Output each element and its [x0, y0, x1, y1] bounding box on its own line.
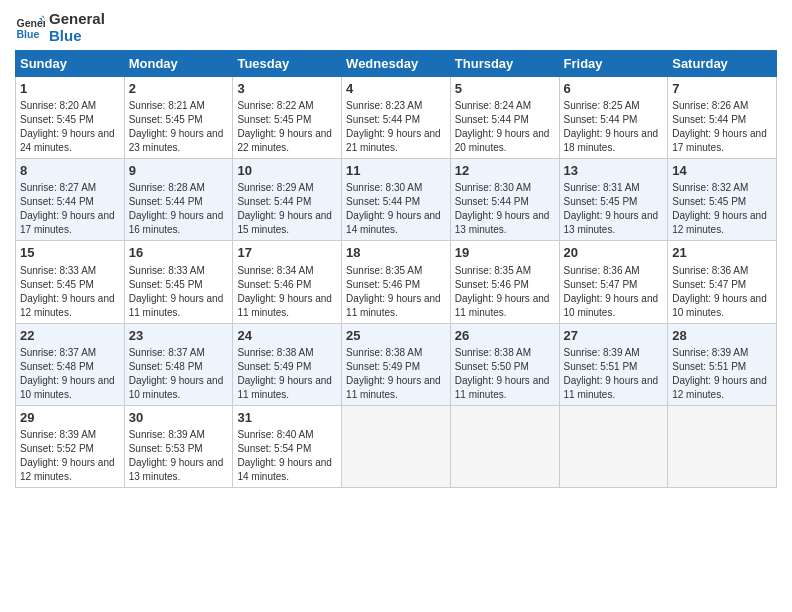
sunset-text: Sunset: 5:44 PM: [129, 196, 203, 207]
weekday-header-row: SundayMondayTuesdayWednesdayThursdayFrid…: [16, 51, 777, 77]
day-number: 5: [455, 80, 555, 98]
day-number: 8: [20, 162, 120, 180]
sunrise-text: Sunrise: 8:34 AM: [237, 265, 313, 276]
daylight-text: Daylight: 9 hours and 14 minutes.: [237, 457, 332, 482]
sunset-text: Sunset: 5:51 PM: [672, 361, 746, 372]
sunrise-text: Sunrise: 8:20 AM: [20, 100, 96, 111]
day-number: 25: [346, 327, 446, 345]
sunset-text: Sunset: 5:46 PM: [346, 279, 420, 290]
sunrise-text: Sunrise: 8:33 AM: [20, 265, 96, 276]
sunrise-text: Sunrise: 8:37 AM: [129, 347, 205, 358]
sunrise-text: Sunrise: 8:26 AM: [672, 100, 748, 111]
daylight-text: Daylight: 9 hours and 12 minutes.: [20, 293, 115, 318]
sunrise-text: Sunrise: 8:36 AM: [672, 265, 748, 276]
daylight-text: Daylight: 9 hours and 23 minutes.: [129, 128, 224, 153]
daylight-text: Daylight: 9 hours and 13 minutes.: [564, 210, 659, 235]
daylight-text: Daylight: 9 hours and 11 minutes.: [237, 293, 332, 318]
calendar-cell: 20Sunrise: 8:36 AMSunset: 5:47 PMDayligh…: [559, 241, 668, 323]
svg-text:Blue: Blue: [17, 28, 40, 40]
sunset-text: Sunset: 5:49 PM: [346, 361, 420, 372]
sunrise-text: Sunrise: 8:22 AM: [237, 100, 313, 111]
sunrise-text: Sunrise: 8:38 AM: [346, 347, 422, 358]
sunset-text: Sunset: 5:54 PM: [237, 443, 311, 454]
sunset-text: Sunset: 5:44 PM: [20, 196, 94, 207]
sunset-text: Sunset: 5:44 PM: [237, 196, 311, 207]
day-number: 10: [237, 162, 337, 180]
weekday-header-wednesday: Wednesday: [342, 51, 451, 77]
sunset-text: Sunset: 5:45 PM: [672, 196, 746, 207]
sunrise-text: Sunrise: 8:39 AM: [564, 347, 640, 358]
calendar-cell: [450, 405, 559, 487]
day-number: 13: [564, 162, 664, 180]
calendar-cell: 17Sunrise: 8:34 AMSunset: 5:46 PMDayligh…: [233, 241, 342, 323]
calendar-cell: 9Sunrise: 8:28 AMSunset: 5:44 PMDaylight…: [124, 159, 233, 241]
daylight-text: Daylight: 9 hours and 12 minutes.: [672, 210, 767, 235]
day-number: 6: [564, 80, 664, 98]
daylight-text: Daylight: 9 hours and 17 minutes.: [20, 210, 115, 235]
calendar-week-row: 29Sunrise: 8:39 AMSunset: 5:52 PMDayligh…: [16, 405, 777, 487]
sunset-text: Sunset: 5:45 PM: [129, 279, 203, 290]
calendar-cell: 25Sunrise: 8:38 AMSunset: 5:49 PMDayligh…: [342, 323, 451, 405]
day-number: 26: [455, 327, 555, 345]
weekday-header-tuesday: Tuesday: [233, 51, 342, 77]
day-number: 4: [346, 80, 446, 98]
daylight-text: Daylight: 9 hours and 13 minutes.: [129, 457, 224, 482]
day-number: 12: [455, 162, 555, 180]
sunrise-text: Sunrise: 8:38 AM: [237, 347, 313, 358]
sunrise-text: Sunrise: 8:23 AM: [346, 100, 422, 111]
sunrise-text: Sunrise: 8:36 AM: [564, 265, 640, 276]
weekday-header-thursday: Thursday: [450, 51, 559, 77]
daylight-text: Daylight: 9 hours and 12 minutes.: [672, 375, 767, 400]
sunset-text: Sunset: 5:44 PM: [455, 196, 529, 207]
sunset-text: Sunset: 5:47 PM: [564, 279, 638, 290]
logo: General Blue General Blue: [15, 10, 105, 44]
sunrise-text: Sunrise: 8:37 AM: [20, 347, 96, 358]
sunrise-text: Sunrise: 8:31 AM: [564, 182, 640, 193]
day-number: 2: [129, 80, 229, 98]
calendar-week-row: 8Sunrise: 8:27 AMSunset: 5:44 PMDaylight…: [16, 159, 777, 241]
day-number: 31: [237, 409, 337, 427]
daylight-text: Daylight: 9 hours and 20 minutes.: [455, 128, 550, 153]
daylight-text: Daylight: 9 hours and 10 minutes.: [129, 375, 224, 400]
day-number: 9: [129, 162, 229, 180]
sunrise-text: Sunrise: 8:35 AM: [455, 265, 531, 276]
weekday-header-saturday: Saturday: [668, 51, 777, 77]
weekday-header-friday: Friday: [559, 51, 668, 77]
calendar-cell: 12Sunrise: 8:30 AMSunset: 5:44 PMDayligh…: [450, 159, 559, 241]
logo-general: General: [49, 10, 105, 27]
calendar-cell: 31Sunrise: 8:40 AMSunset: 5:54 PMDayligh…: [233, 405, 342, 487]
day-number: 30: [129, 409, 229, 427]
sunset-text: Sunset: 5:51 PM: [564, 361, 638, 372]
sunset-text: Sunset: 5:44 PM: [672, 114, 746, 125]
calendar-week-row: 22Sunrise: 8:37 AMSunset: 5:48 PMDayligh…: [16, 323, 777, 405]
daylight-text: Daylight: 9 hours and 24 minutes.: [20, 128, 115, 153]
sunset-text: Sunset: 5:46 PM: [237, 279, 311, 290]
day-number: 7: [672, 80, 772, 98]
sunrise-text: Sunrise: 8:30 AM: [346, 182, 422, 193]
day-number: 3: [237, 80, 337, 98]
sunset-text: Sunset: 5:44 PM: [346, 114, 420, 125]
header: General Blue General Blue: [15, 10, 777, 44]
daylight-text: Daylight: 9 hours and 10 minutes.: [672, 293, 767, 318]
day-number: 17: [237, 244, 337, 262]
daylight-text: Daylight: 9 hours and 11 minutes.: [346, 375, 441, 400]
daylight-text: Daylight: 9 hours and 17 minutes.: [672, 128, 767, 153]
daylight-text: Daylight: 9 hours and 11 minutes.: [346, 293, 441, 318]
sunset-text: Sunset: 5:48 PM: [129, 361, 203, 372]
daylight-text: Daylight: 9 hours and 10 minutes.: [20, 375, 115, 400]
daylight-text: Daylight: 9 hours and 13 minutes.: [455, 210, 550, 235]
calendar-cell: 2Sunrise: 8:21 AMSunset: 5:45 PMDaylight…: [124, 77, 233, 159]
day-number: 23: [129, 327, 229, 345]
calendar-cell: 6Sunrise: 8:25 AMSunset: 5:44 PMDaylight…: [559, 77, 668, 159]
calendar-week-row: 15Sunrise: 8:33 AMSunset: 5:45 PMDayligh…: [16, 241, 777, 323]
sunrise-text: Sunrise: 8:29 AM: [237, 182, 313, 193]
calendar-cell: 30Sunrise: 8:39 AMSunset: 5:53 PMDayligh…: [124, 405, 233, 487]
sunrise-text: Sunrise: 8:27 AM: [20, 182, 96, 193]
day-number: 21: [672, 244, 772, 262]
daylight-text: Daylight: 9 hours and 22 minutes.: [237, 128, 332, 153]
sunset-text: Sunset: 5:44 PM: [564, 114, 638, 125]
sunrise-text: Sunrise: 8:39 AM: [672, 347, 748, 358]
calendar-cell: [668, 405, 777, 487]
sunrise-text: Sunrise: 8:40 AM: [237, 429, 313, 440]
sunset-text: Sunset: 5:53 PM: [129, 443, 203, 454]
